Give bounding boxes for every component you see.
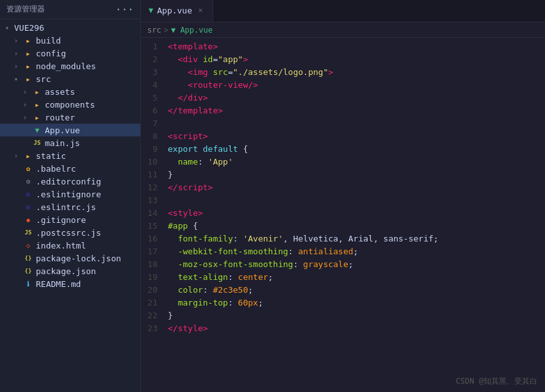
sidebar-item-index.html[interactable]: ◇index.html bbox=[0, 239, 140, 252]
code-line: 2 <div id="app"> bbox=[141, 53, 545, 66]
line-number: 12 bbox=[141, 181, 168, 194]
code-line: 4 <router-view/> bbox=[141, 79, 545, 92]
item-label: index.html bbox=[36, 241, 86, 250]
sidebar-item-.editorconfig[interactable]: ⚙.editorconfig bbox=[0, 175, 140, 188]
sidebar-menu-button[interactable]: ··· bbox=[115, 3, 134, 15]
code-line: 22} bbox=[141, 309, 545, 322]
line-number: 9 bbox=[141, 143, 168, 156]
chevron-right-icon: › bbox=[14, 50, 23, 57]
line-content: <style> bbox=[168, 207, 545, 220]
sidebar-item-.eslintignore[interactable]: ⊙.eslintignore bbox=[0, 188, 140, 200]
line-number: 13 bbox=[141, 194, 168, 207]
sidebar-item-config[interactable]: ›▸config bbox=[0, 47, 140, 60]
sidebar-item-src[interactable]: ▾▸src bbox=[0, 72, 140, 85]
breadcrumb: src > ▼ App.vue bbox=[141, 22, 545, 38]
item-label: package.json bbox=[36, 266, 96, 276]
code-editor[interactable]: 1<template>2 <div id="app">3 <img src=".… bbox=[141, 38, 545, 392]
line-number: 5 bbox=[141, 92, 168, 104]
line-content: </template> bbox=[168, 104, 545, 117]
editor-icon: ⚙ bbox=[23, 176, 33, 186]
sidebar: 资源管理器 ··· ▾ VUE296 ›▸build›▸config›▸node… bbox=[0, 0, 141, 392]
vue-icon: ▼ bbox=[149, 6, 153, 15]
line-number: 17 bbox=[141, 245, 168, 258]
sidebar-item-root[interactable]: ▾ VUE296 bbox=[0, 22, 140, 34]
code-line: 8<script> bbox=[141, 130, 545, 143]
sidebar-item-static[interactable]: ›▸static bbox=[0, 149, 140, 162]
code-line: 5 </div> bbox=[141, 92, 545, 104]
line-number: 15 bbox=[141, 220, 168, 233]
sidebar-item-.babelrc[interactable]: ✿.babelrc bbox=[0, 162, 140, 175]
tab-close-button[interactable]: × bbox=[196, 6, 205, 15]
js-icon: JS bbox=[32, 138, 42, 148]
code-line: 3 <img src="./assets/logo.png"> bbox=[141, 66, 545, 79]
breadcrumb-sep: > bbox=[164, 26, 168, 35]
json-icon: {} bbox=[23, 253, 33, 263]
chevron-right-icon: › bbox=[23, 114, 32, 121]
sidebar-item-.eslintrc.js[interactable]: ⊙.eslintrc.js bbox=[0, 200, 140, 213]
item-label: .gitignore bbox=[36, 215, 86, 225]
sidebar-item-build[interactable]: ›▸build bbox=[0, 34, 140, 47]
line-number: 14 bbox=[141, 207, 168, 220]
item-label: assets bbox=[45, 87, 75, 97]
code-line: 16 font-family: 'Avenir', Helvetica, Ari… bbox=[141, 233, 545, 245]
line-number: 2 bbox=[141, 53, 168, 66]
line-number: 6 bbox=[141, 104, 168, 117]
code-line: 11} bbox=[141, 168, 545, 181]
sidebar-item-package-lock.json[interactable]: {}package-lock.json bbox=[0, 252, 140, 265]
item-label: router bbox=[45, 113, 75, 122]
item-label: .eslintignore bbox=[36, 190, 101, 199]
breadcrumb-src: src bbox=[147, 26, 161, 35]
line-content: text-align: center; bbox=[168, 271, 545, 284]
line-content: <script> bbox=[168, 130, 545, 143]
item-label: .eslintrc.js bbox=[36, 202, 96, 212]
line-content: margin-top: 60px; bbox=[168, 297, 545, 309]
code-line: 9export default { bbox=[141, 143, 545, 156]
folder-icon: ▸ bbox=[32, 112, 42, 122]
line-number: 7 bbox=[141, 117, 168, 130]
code-line: 6</template> bbox=[141, 104, 545, 117]
sidebar-item-node_modules[interactable]: ›▸node_modules bbox=[0, 60, 140, 72]
sidebar-item-main.js[interactable]: JSmain.js bbox=[0, 136, 140, 149]
tab-bar: ▼ App.vue × bbox=[141, 0, 545, 22]
code-line: 15#app { bbox=[141, 220, 545, 233]
item-label: static bbox=[36, 151, 66, 161]
line-content: font-family: 'Avenir', Helvetica, Arial,… bbox=[168, 233, 545, 245]
folder-icon: ▸ bbox=[23, 48, 33, 58]
sidebar-item-README.md[interactable]: ℹREADME.md bbox=[0, 277, 140, 290]
sidebar-item-assets[interactable]: ›▸assets bbox=[0, 85, 140, 98]
line-content: </div> bbox=[168, 92, 545, 104]
line-content: name: 'App' bbox=[168, 156, 545, 168]
chevron-right-icon: › bbox=[14, 37, 23, 44]
eslintjs-icon: ⊙ bbox=[23, 202, 33, 212]
line-content: -moz-osx-font-smoothing: grayscale; bbox=[168, 258, 545, 271]
line-content: } bbox=[168, 309, 545, 322]
tab-app-vue[interactable]: ▼ App.vue × bbox=[141, 0, 213, 22]
code-line: 14<style> bbox=[141, 207, 545, 220]
folder-icon: ▸ bbox=[32, 86, 42, 97]
line-number: 19 bbox=[141, 271, 168, 284]
eslint-icon: ⊙ bbox=[23, 189, 33, 199]
item-label: .postcssrc.js bbox=[36, 228, 101, 238]
line-number: 4 bbox=[141, 79, 168, 92]
code-line: 17 -webkit-font-smoothing: antialiased; bbox=[141, 245, 545, 258]
folder-icon: ▸ bbox=[32, 99, 42, 110]
sidebar-item-App.vue[interactable]: ▼App.vue bbox=[0, 124, 140, 136]
item-label: node_modules bbox=[36, 61, 96, 71]
line-number: 21 bbox=[141, 297, 168, 309]
item-label: App.vue bbox=[45, 126, 80, 135]
sidebar-item-components[interactable]: ›▸components bbox=[0, 98, 140, 111]
line-number: 11 bbox=[141, 168, 168, 181]
folder-icon: ▸ bbox=[23, 61, 33, 71]
sidebar-item-router[interactable]: ›▸router bbox=[0, 111, 140, 124]
sidebar-item-.gitignore[interactable]: ◆.gitignore bbox=[0, 213, 140, 226]
line-number: 18 bbox=[141, 258, 168, 271]
html-icon: ◇ bbox=[23, 240, 33, 250]
folder-icon: ▸ bbox=[23, 35, 33, 45]
tab-label: App.vue bbox=[157, 6, 192, 15]
file-tree: ▾ VUE296 ›▸build›▸config›▸node_modules▾▸… bbox=[0, 19, 140, 392]
line-number: 10 bbox=[141, 156, 168, 168]
line-number: 8 bbox=[141, 130, 168, 143]
sidebar-item-package.json[interactable]: {}package.json bbox=[0, 265, 140, 277]
code-line: 13 bbox=[141, 194, 545, 207]
sidebar-item-.postcssrc.js[interactable]: JS.postcssrc.js bbox=[0, 226, 140, 239]
